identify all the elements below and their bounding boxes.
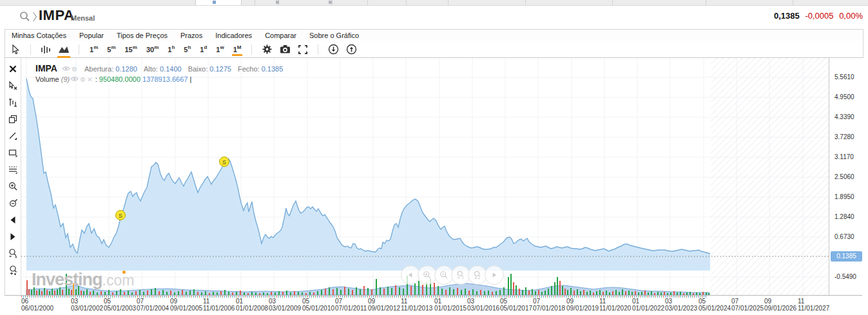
fib-lines-icon[interactable] bbox=[5, 161, 21, 178]
menu-item-sobre-o-gr-fico[interactable]: Sobre o Gráfico bbox=[303, 32, 365, 39]
volume-bar bbox=[532, 289, 533, 295]
pan-right-icon[interactable] bbox=[5, 228, 21, 245]
camera-icon[interactable] bbox=[278, 44, 291, 55]
x-axis-month-label: 11 bbox=[599, 298, 606, 305]
interval-1h[interactable]: 1h bbox=[168, 44, 175, 55]
x-axis-month-label: 01 bbox=[236, 298, 243, 305]
chart-nav-pan-right-button[interactable] bbox=[485, 265, 504, 285]
x-axis-date-label: 09/01/2019 bbox=[566, 305, 599, 312]
zoom-reset-icon[interactable] bbox=[5, 262, 21, 278]
eye-icon[interactable] bbox=[62, 66, 70, 73]
volume-bar bbox=[567, 290, 568, 295]
volume-bar bbox=[438, 286, 439, 295]
volume-ma-value: 1378913.6667 bbox=[142, 75, 188, 83]
x-axis-date-label: 07/01/2011 bbox=[335, 305, 367, 312]
x-axis-month-label: 07 bbox=[533, 298, 540, 305]
x-axis[interactable]: 0606/01/20000303/01/20020505/01/20030707… bbox=[5, 295, 862, 315]
copy-icon[interactable] bbox=[5, 111, 21, 128]
y-axis-label: 3.7280 bbox=[834, 133, 854, 140]
upload-icon[interactable] bbox=[345, 44, 358, 55]
pan-left-icon[interactable] bbox=[5, 211, 21, 228]
menubar: Minhas CotaçõesPopularTipos de PreçosPra… bbox=[5, 29, 863, 42]
volume-bar bbox=[75, 289, 77, 295]
signal-marker[interactable]: S bbox=[116, 211, 126, 220]
volume-bar bbox=[559, 281, 561, 295]
y-axis-label: 0.6730 bbox=[834, 233, 854, 240]
volume-bar bbox=[441, 289, 443, 295]
gear-icon-small[interactable]: ⚙ bbox=[80, 76, 86, 83]
gear-icon-small[interactable]: ⚙ bbox=[72, 66, 77, 73]
high-value: 0.1400 bbox=[160, 65, 182, 73]
close-icon-small[interactable]: ✕ bbox=[87, 76, 92, 83]
download-icon[interactable] bbox=[327, 44, 340, 55]
eye-icon[interactable] bbox=[70, 76, 79, 83]
trendline-icon[interactable] bbox=[5, 128, 21, 144]
zoom-out-icon[interactable] bbox=[5, 195, 21, 211]
y-axis[interactable]: 5.56104.95004.33903.72803.11702.50601.89… bbox=[829, 58, 863, 295]
menu-item-comparar[interactable]: Comparar bbox=[258, 32, 303, 39]
volume-bar bbox=[139, 290, 140, 295]
interval-1M[interactable]: 1M bbox=[233, 44, 242, 55]
volume-bar bbox=[414, 283, 416, 295]
y-axis-label: 1.2840 bbox=[834, 213, 854, 220]
tab-icon bbox=[329, 1, 332, 4]
volume-bar bbox=[81, 291, 82, 295]
volume-bar bbox=[562, 286, 563, 295]
menu-item-prazos[interactable]: Prazos bbox=[174, 32, 209, 39]
measure-icon[interactable] bbox=[5, 94, 21, 111]
signal-marker[interactable]: S bbox=[220, 157, 229, 167]
volume-bar bbox=[513, 282, 514, 295]
zoom-pan-icon[interactable] bbox=[5, 245, 21, 262]
x-axis-date-label: 11/01/2006 bbox=[203, 305, 235, 312]
volume-bar bbox=[120, 289, 121, 295]
volume-bar bbox=[545, 291, 546, 295]
interval-5m[interactable]: 5m bbox=[107, 44, 115, 55]
price-plot[interactable]: SS IMPA⚙Abertura: 0.1280Alto: 0.1400Baix… bbox=[21, 58, 829, 295]
bars-chart-icon[interactable] bbox=[39, 44, 52, 55]
menu-item-tipos-de-pre-os[interactable]: Tipos de Preços bbox=[110, 32, 174, 39]
volume-colon: : bbox=[95, 75, 97, 83]
tab-icon bbox=[276, 1, 279, 4]
high-label: Alto: bbox=[144, 65, 158, 73]
tab-favicon bbox=[213, 1, 216, 4]
toolbar-divider bbox=[79, 44, 79, 55]
x-axis-date-label: 03/01/2023 bbox=[665, 305, 697, 312]
panel-collapse-icon[interactable] bbox=[32, 12, 37, 24]
interval-30m[interactable]: 30m bbox=[146, 44, 159, 55]
x-axis-date-label: 05/01/2024 bbox=[699, 305, 731, 312]
close-value: 0.1385 bbox=[262, 65, 284, 73]
menu-item-popular[interactable]: Popular bbox=[73, 32, 110, 39]
low-label: Baixo: bbox=[188, 65, 208, 73]
browser-active-tab[interactable] bbox=[195, 0, 242, 5]
x-axis-date-label: 05/01/2010 bbox=[302, 305, 334, 312]
gear-icon[interactable] bbox=[260, 44, 273, 55]
rectangle-icon[interactable] bbox=[5, 144, 21, 161]
interval-15m[interactable]: 15m bbox=[125, 44, 137, 55]
interval-1w[interactable]: 1w bbox=[216, 44, 224, 55]
volume-bar bbox=[286, 291, 287, 295]
last-price: 0,1385 bbox=[774, 11, 800, 21]
menu-item-minhas-cota-es[interactable]: Minhas Cotações bbox=[5, 32, 73, 39]
x-axis-month-label: 11 bbox=[401, 298, 407, 305]
interval-1m[interactable]: 1m bbox=[90, 44, 98, 55]
fullscreen-icon[interactable] bbox=[296, 44, 309, 55]
search-icon[interactable] bbox=[19, 11, 30, 24]
volume-bar bbox=[434, 283, 435, 295]
interval-1d[interactable]: 1d bbox=[200, 44, 207, 55]
x-axis-date-label: 03/01/2002 bbox=[71, 305, 103, 312]
zoom-in-icon[interactable] bbox=[5, 178, 21, 195]
x-axis-date-label: 03/01/2009 bbox=[269, 305, 301, 312]
close-icon[interactable] bbox=[5, 61, 21, 77]
menu-item-indicadores[interactable]: Indicadores bbox=[209, 32, 258, 39]
volume-bar bbox=[564, 289, 566, 295]
volume-bar bbox=[57, 289, 58, 295]
volume-value: 950480.0000 bbox=[99, 75, 140, 83]
area-chart-icon[interactable] bbox=[57, 44, 70, 55]
cursor-delete-icon[interactable] bbox=[5, 77, 21, 94]
chart-legend: IMPA⚙Abertura: 0.1280Alto: 0.1400Baixo: … bbox=[35, 63, 283, 73]
volume-bar bbox=[554, 282, 555, 295]
interval-5h[interactable]: 5h bbox=[184, 44, 191, 55]
x-axis-month-label: 05 bbox=[104, 298, 111, 305]
cursor-icon[interactable] bbox=[9, 44, 22, 55]
volume-bar bbox=[46, 290, 48, 295]
